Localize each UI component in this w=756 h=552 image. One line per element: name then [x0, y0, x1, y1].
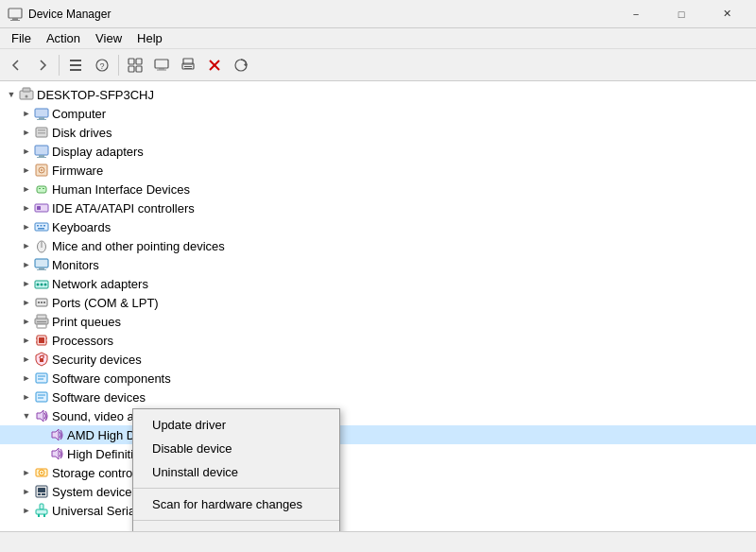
toolbar-help[interactable]: ?: [90, 53, 114, 78]
menu-help[interactable]: Help: [129, 29, 170, 47]
computer-icon: [34, 106, 49, 121]
tree-item[interactable]: ►Disk drives: [0, 123, 756, 142]
toolbar-sep-1: [59, 55, 60, 76]
toolbar-scan[interactable]: [229, 53, 253, 78]
svg-rect-46: [43, 225, 45, 227]
tree-expand-icon[interactable]: ►: [19, 276, 34, 291]
tree-item[interactable]: ►Network adapters: [0, 274, 756, 293]
tree-item[interactable]: ►Security devices: [0, 350, 756, 369]
tree-expand-icon[interactable]: ►: [19, 389, 34, 405]
context-menu-item-3[interactable]: Scan for hardware changes: [133, 492, 339, 516]
tree-item[interactable]: High Definition Audio Device: [0, 444, 756, 463]
maximize-button[interactable]: □: [660, 0, 703, 28]
tree-item[interactable]: ►Firmware: [0, 161, 756, 180]
tree-expand-icon[interactable]: [34, 446, 49, 461]
tree-item[interactable]: ►Monitors: [0, 255, 756, 274]
svg-text:?: ?: [100, 61, 105, 71]
svg-rect-66: [39, 337, 44, 343]
minimize-button[interactable]: −: [614, 0, 658, 28]
svg-rect-1: [12, 18, 18, 20]
tree-item[interactable]: ►Storage controllers: [0, 463, 756, 482]
tree-expand-icon[interactable]: ►: [19, 163, 34, 178]
tree-expand-icon[interactable]: ►: [19, 465, 34, 480]
tree-root[interactable]: ▼ DESKTOP-SFP3CHJ: [0, 85, 756, 104]
tree-item[interactable]: ►Processors: [0, 331, 756, 350]
tree-item-label: Human Interface Devices: [52, 182, 190, 197]
tree-expand-icon[interactable]: [34, 427, 49, 442]
root-label: DESKTOP-SFP3CHJ: [37, 88, 154, 102]
tree-expand-icon[interactable]: ►: [19, 295, 34, 310]
context-menu-item-4[interactable]: Properties: [133, 525, 339, 531]
context-menu-separator: [133, 520, 339, 521]
svg-point-37: [41, 169, 43, 171]
tree-item-label: Software components: [52, 371, 171, 386]
tree-item[interactable]: ►Universal Serial Bus controllers: [0, 501, 756, 520]
tree-item[interactable]: ►Ports (COM & LPT): [0, 293, 756, 312]
tree-item[interactable]: ►System devices: [0, 482, 756, 501]
sound-icon: [34, 408, 49, 423]
ports-icon: [34, 295, 49, 310]
tree-item-label: Disk drives: [52, 126, 112, 140]
tree-item[interactable]: ▼Sound, video and game controllers: [0, 406, 756, 425]
tree-item[interactable]: ►Computer: [0, 104, 756, 123]
tree-expand-icon[interactable]: ▼: [19, 408, 34, 423]
tree-item[interactable]: ►Software devices: [0, 388, 756, 406]
tree-item[interactable]: ►Print queues: [0, 312, 756, 331]
svg-rect-24: [23, 88, 30, 92]
tree-item[interactable]: AMD High Definition Audio Device: [0, 425, 756, 444]
tree-expand-icon[interactable]: ►: [19, 333, 34, 348]
context-menu-item-1[interactable]: Disable device: [133, 437, 339, 460]
root-expand-icon[interactable]: ▼: [4, 87, 19, 102]
tree-item-label: Ports (COM & LPT): [52, 296, 159, 310]
toolbar-expand[interactable]: [123, 53, 147, 78]
app-icon: [8, 7, 23, 22]
svg-rect-10: [129, 66, 134, 72]
svg-point-54: [37, 284, 40, 286]
processor-icon: [34, 333, 49, 348]
context-menu-item-2[interactable]: Uninstall device: [133, 460, 339, 484]
tree-item[interactable]: ►Mice and other pointing devices: [0, 236, 756, 255]
menu-view[interactable]: View: [88, 29, 129, 47]
close-button[interactable]: ✕: [705, 0, 748, 28]
hid-icon: [34, 181, 49, 197]
tree-expand-icon[interactable]: ►: [19, 314, 34, 329]
tree-item[interactable]: ►IDE ATA/ATAPI controllers: [0, 198, 756, 217]
svg-rect-30: [38, 129, 45, 131]
tree-item[interactable]: ►Human Interface Devices: [0, 180, 756, 198]
tree-item[interactable]: ►Display adapters: [0, 142, 756, 161]
context-menu-item-0[interactable]: Update driver: [133, 413, 339, 437]
tree-expand-icon[interactable]: ►: [19, 200, 34, 216]
svg-rect-3: [70, 64, 81, 66]
svg-rect-40: [43, 188, 44, 189]
svg-marker-80: [52, 448, 59, 459]
toolbar-print[interactable]: [176, 53, 200, 78]
tree-expand-icon[interactable]: ►: [19, 352, 34, 367]
storage-icon: [34, 465, 49, 480]
tree-expand-icon[interactable]: ►: [19, 503, 34, 518]
tree-expand-icon[interactable]: ►: [19, 238, 34, 253]
toolbar-collapse[interactable]: [63, 53, 88, 78]
tree-expand-icon[interactable]: ►: [19, 106, 34, 121]
svg-rect-2: [10, 20, 20, 21]
svg-point-25: [26, 95, 28, 98]
tree-expand-icon[interactable]: ►: [19, 371, 34, 386]
tree-item[interactable]: ►Keyboards: [0, 217, 756, 236]
tree-item[interactable]: ►Software components: [0, 369, 756, 388]
toolbar-sep-2: [118, 55, 119, 76]
toolbar-forward[interactable]: [30, 53, 55, 78]
title-bar: Device Manager − □ ✕: [0, 0, 756, 28]
tree-expand-icon[interactable]: ►: [19, 257, 34, 272]
menu-file[interactable]: File: [4, 29, 39, 47]
toolbar-back[interactable]: [4, 53, 28, 78]
tree-expand-icon[interactable]: ►: [19, 219, 34, 234]
toolbar-delete[interactable]: [202, 53, 227, 78]
tree-expand-icon[interactable]: ►: [19, 484, 34, 499]
menu-action[interactable]: Action: [39, 29, 88, 47]
tree-expand-icon[interactable]: ►: [19, 181, 34, 197]
tree-expand-icon[interactable]: ►: [19, 125, 34, 140]
toolbar-monitor[interactable]: [149, 53, 174, 78]
svg-rect-32: [35, 146, 48, 155]
tree-item-label: System devices: [52, 485, 138, 499]
tree-expand-icon[interactable]: ►: [19, 144, 34, 159]
svg-rect-34: [37, 157, 46, 158]
